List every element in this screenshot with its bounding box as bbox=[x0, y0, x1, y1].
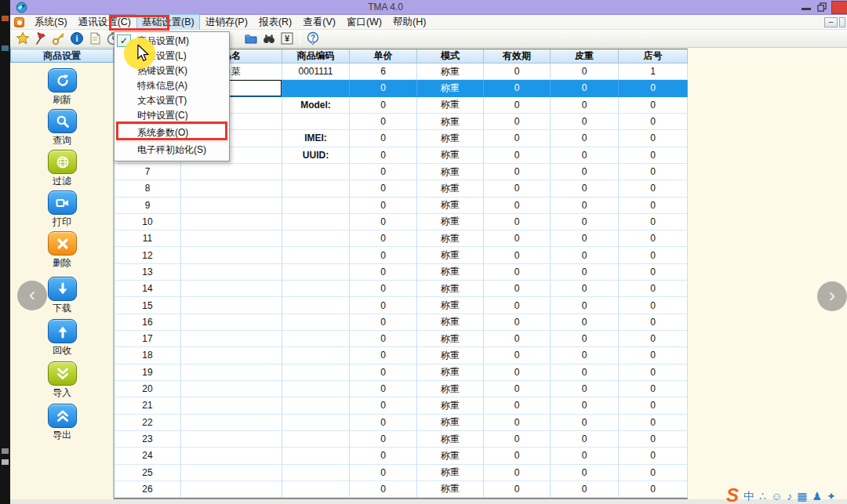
table-cell[interactable]: 称重 bbox=[417, 331, 484, 347]
table-cell[interactable]: 0 bbox=[350, 130, 417, 147]
table-cell[interactable]: 0 bbox=[484, 281, 551, 297]
table-cell[interactable] bbox=[282, 381, 350, 397]
table-cell[interactable]: 0 bbox=[350, 214, 417, 230]
table-row[interactable]: 240称重000 bbox=[115, 448, 687, 464]
dropdown-item[interactable]: 特殊信息(A) bbox=[115, 78, 229, 93]
table-cell[interactable] bbox=[282, 180, 350, 197]
table-row[interactable]: 180称重000 bbox=[115, 347, 687, 364]
table-cell[interactable] bbox=[181, 180, 282, 197]
table-header-cell[interactable]: 商品编码 bbox=[282, 49, 350, 63]
table-cell[interactable]: 6 bbox=[350, 63, 417, 80]
table-cell[interactable] bbox=[282, 465, 350, 481]
table-cell[interactable]: 0 bbox=[619, 364, 688, 381]
table-cell[interactable]: 0 bbox=[551, 347, 619, 364]
table-cell[interactable] bbox=[181, 415, 282, 431]
table-cell[interactable]: 称重 bbox=[417, 381, 484, 397]
table-cell[interactable]: 25 bbox=[115, 465, 181, 481]
table-cell[interactable] bbox=[181, 214, 282, 230]
table-cell[interactable]: 0 bbox=[551, 180, 619, 197]
table-cell[interactable] bbox=[282, 415, 350, 431]
table-cell[interactable]: 0 bbox=[551, 247, 619, 263]
table-cell[interactable]: 12 bbox=[115, 247, 181, 263]
person-icon[interactable]: ♟ bbox=[812, 489, 822, 503]
table-row[interactable]: 150称重000 bbox=[115, 297, 687, 314]
help-icon[interactable]: ? bbox=[306, 31, 320, 45]
folder-icon[interactable] bbox=[244, 31, 258, 45]
table-cell[interactable] bbox=[282, 347, 350, 364]
table-cell[interactable]: 称重 bbox=[417, 247, 484, 263]
table-cell[interactable]: 0 bbox=[619, 147, 688, 164]
table-cell[interactable]: 0 bbox=[350, 465, 417, 481]
table-cell[interactable]: 8 bbox=[115, 180, 181, 197]
table-cell[interactable]: 0 bbox=[551, 431, 619, 448]
table-cell[interactable] bbox=[181, 314, 282, 331]
table-cell[interactable]: 称重 bbox=[417, 281, 484, 297]
table-cell[interactable]: 0 bbox=[619, 331, 688, 347]
table-cell[interactable]: 0 bbox=[619, 397, 688, 414]
table-cell[interactable]: 称重 bbox=[417, 180, 484, 197]
info-icon[interactable]: i bbox=[70, 31, 84, 45]
table-cell[interactable]: 称重 bbox=[417, 481, 484, 498]
table-cell[interactable]: 0 bbox=[551, 465, 619, 481]
table-cell[interactable]: 0 bbox=[619, 281, 688, 297]
table-cell[interactable]: 称重 bbox=[417, 198, 484, 214]
table-cell[interactable]: 称重 bbox=[417, 297, 484, 314]
table-cell[interactable] bbox=[282, 314, 350, 331]
table-cell[interactable]: 23 bbox=[115, 431, 181, 448]
table-cell[interactable] bbox=[181, 281, 282, 297]
table-cell[interactable]: UUID: bbox=[282, 147, 350, 164]
table-cell[interactable]: 称重 bbox=[417, 465, 484, 481]
table-cell[interactable] bbox=[181, 230, 282, 247]
table-row[interactable]: 120称重000 bbox=[115, 247, 687, 263]
table-cell[interactable]: 称重 bbox=[417, 314, 484, 331]
table-cell[interactable]: 称重 bbox=[417, 80, 484, 96]
table-cell[interactable]: 0 bbox=[484, 147, 551, 164]
smiley-icon[interactable]: ☺ bbox=[771, 489, 782, 503]
table-cell[interactable]: 0 bbox=[619, 130, 688, 147]
table-cell[interactable]: 0 bbox=[619, 347, 688, 364]
table-cell[interactable] bbox=[181, 381, 282, 397]
table-cell[interactable]: 0 bbox=[619, 164, 688, 180]
table-cell[interactable] bbox=[282, 448, 350, 464]
table-cell[interactable]: 0 bbox=[551, 80, 619, 96]
table-cell[interactable]: 21 bbox=[115, 397, 181, 414]
table-cell[interactable]: 称重 bbox=[417, 147, 484, 164]
menubar-item[interactable]: 查看(V) bbox=[297, 14, 341, 31]
table-cell[interactable]: 0 bbox=[484, 381, 551, 397]
table-cell[interactable]: 0 bbox=[619, 114, 688, 130]
table-cell[interactable]: 0 bbox=[551, 97, 619, 114]
table-cell[interactable] bbox=[181, 347, 282, 364]
chinese-mode-icon[interactable]: 中 bbox=[743, 489, 754, 503]
table-row[interactable]: 230称重000 bbox=[115, 431, 687, 448]
table-cell[interactable]: 0 bbox=[484, 130, 551, 147]
table-cell[interactable]: 22 bbox=[115, 415, 181, 431]
menubar-item[interactable]: 帮助(H) bbox=[387, 14, 431, 31]
table-row[interactable]: 190称重000 bbox=[115, 364, 687, 381]
table-cell[interactable]: 0 bbox=[484, 214, 551, 230]
table-cell[interactable]: 18 bbox=[115, 347, 181, 364]
table-cell[interactable]: 0 bbox=[350, 481, 417, 498]
mic-icon[interactable]: ♪ bbox=[787, 489, 792, 503]
table-cell[interactable] bbox=[181, 448, 282, 464]
table-cell[interactable]: 0 bbox=[551, 415, 619, 431]
table-cell[interactable]: 0 bbox=[619, 415, 688, 431]
table-cell[interactable]: 0 bbox=[484, 314, 551, 331]
table-cell[interactable]: 0 bbox=[551, 397, 619, 414]
table-cell[interactable]: 0 bbox=[350, 397, 417, 414]
table-row[interactable]: 220称重000 bbox=[115, 415, 687, 431]
table-cell[interactable]: 0 bbox=[551, 364, 619, 381]
table-cell[interactable] bbox=[181, 164, 282, 180]
table-cell[interactable]: 0 bbox=[619, 80, 688, 96]
table-cell[interactable]: 19 bbox=[115, 364, 181, 381]
table-cell[interactable]: 0 bbox=[551, 198, 619, 214]
table-cell[interactable]: 0 bbox=[350, 431, 417, 448]
table-cell[interactable] bbox=[181, 364, 282, 381]
table-cell[interactable]: 0 bbox=[484, 164, 551, 180]
table-cell[interactable]: 0001111 bbox=[282, 63, 350, 80]
menubar-item[interactable]: 窗口(W) bbox=[341, 14, 387, 31]
table-cell[interactable]: 0 bbox=[619, 465, 688, 481]
table-cell[interactable]: 0 bbox=[551, 214, 619, 230]
table-cell[interactable]: 0 bbox=[484, 80, 551, 96]
menubar-item[interactable]: 进销存(P) bbox=[200, 14, 253, 31]
table-cell[interactable]: 0 bbox=[484, 481, 551, 498]
